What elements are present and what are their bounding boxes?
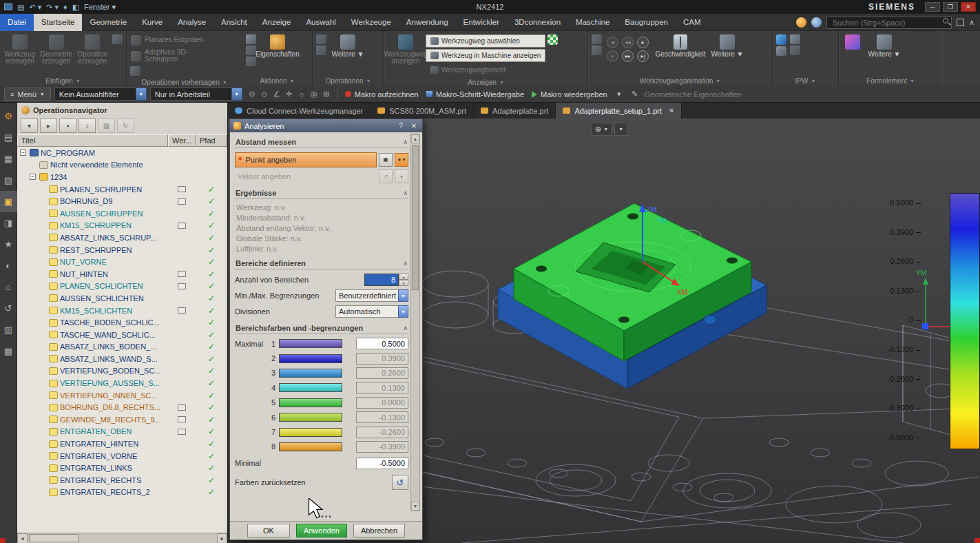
toolpath-report-item[interactable]: Werkzeugwegbericht [426, 63, 545, 76]
view-options-button[interactable]: ▼ [614, 123, 627, 136]
tree-item-entgraten-links[interactable]: ENTGRATEN_LINKS✓ [17, 462, 227, 474]
dialog-scroll-down-icon[interactable]: ▼ [411, 502, 419, 511]
ipw-save-icon[interactable] [790, 34, 800, 44]
web-browser-icon[interactable]: ⌂ [0, 276, 17, 298]
group-label-ipw[interactable]: IPW▼ [775, 76, 836, 86]
theme-icon[interactable] [796, 17, 806, 28]
tree-item-absatz-links-boden[interactable]: ABSATZ_LINKS_BODEN_...✓ [17, 341, 227, 354]
cut-operation-icon[interactable] [316, 45, 326, 55]
document-tab-adapterplatte-setup-1-prt[interactable]: Adapterplatte_setup_1.prt✕ [556, 103, 682, 119]
menu-tab-startseite[interactable]: Startseite [34, 14, 83, 31]
point-snap-icon[interactable]: ⊙ [246, 88, 258, 101]
dialog-help-icon[interactable]: ? [396, 121, 406, 130]
tree-item-entgraten-rechts-2[interactable]: ENTGRATEN_RECHTS_2✓ [17, 486, 227, 499]
constraint-navigator-icon[interactable]: ▦ [0, 148, 17, 170]
menu-tab-anzeige[interactable]: Anzeige [255, 14, 299, 31]
export-list-icon[interactable]: ↕ [79, 119, 96, 133]
tree-item-nc-program[interactable]: −NC_PROGRAM [17, 147, 227, 159]
spin-up-icon[interactable]: ▲ [399, 274, 408, 280]
share-icon[interactable]: ◧ [72, 3, 79, 11]
properties-button[interactable]: Eigenschaften [258, 32, 297, 60]
undo-icon[interactable]: ↶ ▾ [29, 3, 41, 11]
color-swatch[interactable] [279, 339, 342, 348]
color-swatch[interactable] [279, 413, 342, 422]
divisions-dropdown[interactable]: Automatisch ▼ [335, 305, 408, 318]
dialog-scroll-up-icon[interactable]: ▲ [411, 134, 419, 143]
planar-deburr-button[interactable]: Planares Entgraten [129, 32, 218, 48]
menu-tab-anwendung[interactable]: Anwendung [399, 14, 456, 31]
menu-tab-geometrie[interactable]: Geometrie [82, 14, 134, 31]
color-swatch[interactable] [279, 398, 342, 407]
search-input[interactable] [826, 17, 952, 29]
restore-button[interactable]: ❐ [943, 2, 958, 12]
scroll-track[interactable] [28, 533, 217, 543]
group-label-operationen-vorhersagen[interactable]: Operationen vorhersagen▼ [129, 78, 240, 86]
play-backward-icon[interactable]: ◂ [607, 37, 618, 48]
macro-play-button[interactable]: Makro wiedergeben [530, 90, 609, 99]
scroll-left-icon[interactable]: ◂ [17, 533, 28, 543]
menu-button[interactable]: ≡Menü▼ [4, 88, 51, 101]
microphone-icon[interactable]: ♦ [63, 3, 67, 11]
macro-options-icon[interactable]: ▾ [613, 88, 625, 101]
color-swatch[interactable] [279, 369, 342, 378]
section-abstand-messen[interactable]: Abstand messen∧ [235, 136, 408, 148]
pause-icon[interactable]: ▪ [607, 50, 618, 62]
menu-tab-maschine[interactable]: Maschine [568, 14, 617, 31]
generate-toolpath-icon[interactable] [246, 34, 256, 44]
fullscreen-icon[interactable] [957, 19, 964, 26]
select-toolpath-item[interactable]: Werkzeugweg auswählen [426, 34, 545, 48]
menu-tab-cam[interactable]: CAM [676, 14, 709, 31]
group-label-operationen[interactable]: Operationen▼ [315, 76, 382, 86]
tree-item-km15-schruppen[interactable]: KM15_SCHRUPPEN✓ [17, 220, 227, 232]
color-swatch[interactable] [279, 442, 342, 451]
tree-item-rest-schruppen[interactable]: REST_SCHRUPPEN✓ [17, 244, 227, 256]
play-forward-icon[interactable]: ▸ [637, 37, 649, 48]
group-label-werkzeugweganimation[interactable]: Werkzeugweganimation▼ [590, 76, 770, 86]
verify-toolpath-icon[interactable] [246, 45, 256, 55]
operations-more-button[interactable]: Weitere ▼ [329, 32, 367, 60]
range-value-field[interactable]: -0.3900 [356, 441, 408, 453]
predict-extra-icon[interactable] [130, 66, 140, 76]
dialog-scrollbar[interactable]: ▲ ▼ [410, 134, 420, 511]
tree-item-planen-schruppen[interactable]: PLANEN_SCHRUPPEN✓ [17, 183, 227, 196]
navigator-hscrollbar[interactable]: ◂ ▸ [17, 533, 227, 543]
geometric-properties-button[interactable]: Geometrische Eigenschaften [645, 90, 742, 99]
menu-tab-baugruppen[interactable]: Baugruppen [617, 14, 676, 31]
account-icon[interactable] [811, 17, 822, 28]
speed-button[interactable]: Geschwindigkeit [654, 32, 707, 60]
tree-item-entgraten-hinten[interactable]: ENTGRATEN_HINTEN✓ [17, 438, 227, 450]
tree-item-aussen-schruppen[interactable]: AUSSEN_SCHRUPPEN✓ [17, 207, 227, 220]
ok-button[interactable]: OK [247, 524, 290, 537]
selection-filter-dropdown[interactable]: Kein Auswahlfilter▼ [54, 88, 147, 101]
column-header-werkzeug[interactable]: Wer... [168, 134, 196, 147]
dialog-close-icon[interactable]: ✕ [409, 121, 419, 130]
column-header-pfad[interactable]: Pfad [196, 134, 227, 147]
insert-extra-icon[interactable] [112, 34, 123, 44]
ipw-display-icon[interactable] [776, 34, 786, 45]
create-tool-button[interactable]: Werkzeug erzeugen [2, 32, 38, 67]
menu-tab-auswahl[interactable]: Auswahl [298, 14, 343, 31]
minmax-dropdown[interactable]: Benutzerdefiniert ▼ [335, 289, 408, 302]
expander-icon[interactable]: − [20, 150, 26, 156]
tree-item-nicht-verwendete-elemente[interactable]: Nicht verwendete Elemente [17, 159, 227, 172]
find-object-icon[interactable]: ▾ [21, 119, 38, 133]
minimize-button[interactable]: ─ [925, 2, 940, 12]
history-icon[interactable]: ↺ [0, 298, 17, 319]
specify-vector-field[interactable]: Vektor angeben [235, 172, 377, 181]
orient-view-button[interactable]: ⊕ ▼ [591, 123, 612, 136]
document-tab-cloud-connect-werkzeugmanager[interactable]: Cloud Connect-Werkzeugmanager [228, 103, 371, 119]
machine-tool-navigator-icon[interactable]: ◨ [0, 212, 17, 234]
menu-tab-ansicht[interactable]: Ansicht [213, 14, 255, 31]
tree-item-entgraten-rechts[interactable]: ENTGRATEN_RECHTS✓ [17, 474, 227, 486]
go-to-end-icon[interactable]: ▸| [637, 50, 649, 62]
post-process-icon[interactable] [246, 57, 256, 66]
animation-more-button[interactable]: Weitere ▼ [708, 32, 747, 60]
color-swatch[interactable] [279, 428, 342, 437]
ipw-delete-icon[interactable] [790, 45, 800, 55]
range-value-field[interactable]: -0.2600 [356, 427, 408, 438]
section-bereichsfarben[interactable]: Bereichsfarben und -begrenzungen∧ [235, 322, 408, 334]
group-label-anzeigen[interactable]: Anzeigen▼ [386, 79, 585, 86]
tree-item-entgraten-vorne[interactable]: ENTGRATEN_VORNE✓ [17, 450, 227, 462]
scroll-thumb[interactable] [29, 534, 79, 542]
tree-item-tasche-wand-schlic[interactable]: TASCHE_WAND_SCHLIC...✓ [17, 329, 227, 341]
